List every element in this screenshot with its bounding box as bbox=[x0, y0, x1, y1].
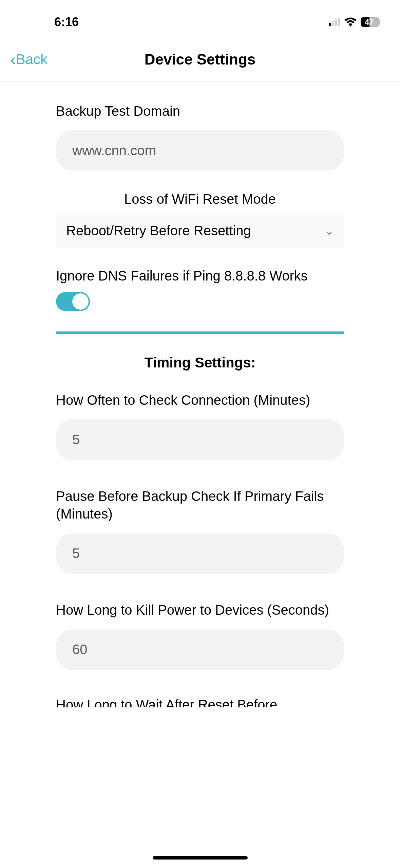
back-label: Back bbox=[16, 51, 47, 68]
kill-power-label: How Long to Kill Power to Devices (Secon… bbox=[56, 601, 344, 619]
status-indicators: 47 bbox=[329, 17, 380, 27]
ignore-dns-label: Ignore DNS Failures if Ping 8.8.8.8 Work… bbox=[56, 268, 344, 284]
chevron-left-icon: ‹ bbox=[10, 51, 16, 68]
check-frequency-label: How Often to Check Connection (Minutes) bbox=[56, 391, 344, 409]
cellular-signal-icon bbox=[329, 18, 340, 26]
toggle-knob bbox=[72, 293, 89, 310]
wifi-icon bbox=[344, 17, 357, 27]
home-indicator[interactable] bbox=[153, 856, 248, 860]
ignore-dns-row: Ignore DNS Failures if Ping 8.8.8.8 Work… bbox=[56, 268, 344, 311]
wifi-reset-label: Loss of WiFi Reset Mode bbox=[56, 192, 344, 207]
pause-backup-input[interactable] bbox=[56, 533, 344, 574]
check-frequency-input[interactable] bbox=[56, 419, 344, 460]
back-button[interactable]: ‹ Back bbox=[10, 51, 47, 68]
ignore-dns-toggle[interactable] bbox=[56, 292, 90, 311]
wifi-reset-select[interactable]: Reboot/Retry Before Resetting bbox=[56, 214, 344, 248]
pause-backup-label: Pause Before Backup Check If Primary Fai… bbox=[56, 487, 344, 523]
nav-bar: ‹ Back Device Settings bbox=[0, 41, 400, 82]
battery-indicator: 47 bbox=[361, 17, 380, 27]
partial-next-label: How Long to Wait After Reset Before bbox=[56, 697, 344, 707]
backup-domain-input[interactable] bbox=[56, 130, 344, 171]
kill-power-input[interactable] bbox=[56, 629, 344, 670]
page-title: Device Settings bbox=[10, 51, 390, 68]
backup-domain-label: Backup Test Domain bbox=[56, 102, 344, 120]
wifi-reset-select-wrap[interactable]: Reboot/Retry Before Resetting ⌄ bbox=[56, 214, 344, 248]
timing-section-title: Timing Settings: bbox=[56, 355, 344, 371]
status-time: 6:16 bbox=[54, 15, 79, 29]
settings-content: Backup Test Domain Loss of WiFi Reset Mo… bbox=[0, 82, 400, 707]
section-divider bbox=[56, 331, 344, 334]
status-bar: 6:16 47 bbox=[0, 0, 400, 41]
